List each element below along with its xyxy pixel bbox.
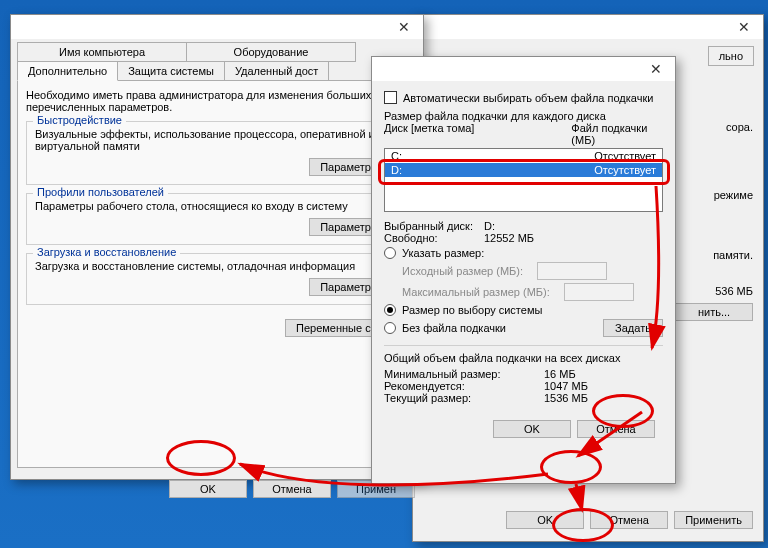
advanced-panel: Необходимо иметь права администратора дл… (17, 80, 417, 468)
free-space-label: Свободно: (384, 232, 484, 244)
tabs-row2: Дополнительно Защита системы Удаленный д… (17, 60, 417, 80)
auto-manage-checkbox[interactable]: Автоматически выбирать объем файла подка… (384, 91, 663, 104)
checkbox-icon (384, 91, 397, 104)
perf-desc: Визуальные эффекты, использование процес… (35, 128, 399, 152)
radio-system-managed[interactable]: Размер по выбору системы (384, 304, 663, 316)
ok-button[interactable]: OK (169, 480, 247, 498)
table-row-selected: D: Отсутствует (385, 163, 662, 177)
set-button[interactable]: Задать (603, 319, 663, 337)
col-pf: Файл подкачки (МБ) (571, 122, 663, 146)
profiles-title: Профили пользователей (33, 186, 168, 198)
ok-button-perf[interactable]: OK (506, 511, 584, 529)
cancel-button-perf[interactable]: Отмена (590, 511, 668, 529)
table-row: C: Отсутствует (385, 149, 662, 163)
totals-title: Общий объем файла подкачки на всех диска… (384, 352, 663, 364)
close-icon[interactable]: ✕ (729, 17, 759, 37)
col-disk: Диск [метка тома] (384, 122, 571, 146)
selected-disk-value: D: (484, 220, 495, 232)
radio-custom-size[interactable]: Указать размер: (384, 247, 663, 259)
system-properties-dialog: ✕ Имя компьютера Оборудование Дополнител… (10, 14, 424, 480)
cancel-button-vm[interactable]: Отмена (577, 420, 655, 438)
tab-remote[interactable]: Удаленный дост (224, 61, 330, 81)
tabs-row1: Имя компьютера Оборудование (17, 41, 417, 61)
max-size-label: Максимальный размер (МБ): (402, 286, 550, 298)
titlebar: ✕ (372, 57, 675, 81)
disk-list[interactable]: C: Отсутствует D: Отсутствует (384, 148, 663, 212)
free-space-value: 12552 МБ (484, 232, 534, 244)
apply-button-perf[interactable]: Применить (674, 511, 753, 529)
initial-size-field (537, 262, 607, 280)
virtual-memory-dialog: ✕ Автоматически выбирать объем файла под… (371, 56, 676, 484)
close-icon[interactable]: ✕ (641, 59, 671, 79)
list-title: Размер файла подкачки для каждого диска (384, 110, 663, 122)
selected-disk-label: Выбранный диск: (384, 220, 484, 232)
tab-fragment[interactable]: льно (708, 46, 754, 66)
titlebar: ✕ (413, 15, 763, 39)
perf-title: Быстродействие (33, 114, 126, 126)
ok-button-vm[interactable]: OK (493, 420, 571, 438)
startup-title: Загрузка и восстановление (33, 246, 180, 258)
profiles-desc: Параметры рабочего стола, относящиеся ко… (35, 200, 399, 212)
sysprops-footer: OK Отмена Примен (11, 474, 423, 508)
auto-manage-label: Автоматически выбирать объем файла подка… (403, 92, 653, 104)
startup-group: Загрузка и восстановление Загрузка и вос… (26, 253, 408, 305)
change-button[interactable]: нить... (675, 303, 753, 321)
startup-desc: Загрузка и восстановление системы, отлад… (35, 260, 399, 272)
tab-computer-name[interactable]: Имя компьютера (17, 42, 187, 62)
radio-icon (384, 322, 396, 334)
tab-advanced[interactable]: Дополнительно (17, 61, 118, 81)
perf-group: Быстродействие Визуальные эффекты, испол… (26, 121, 408, 185)
tab-hardware[interactable]: Оборудование (186, 42, 356, 62)
intro-text: Необходимо иметь права администратора дл… (26, 89, 408, 113)
radio-icon (384, 247, 396, 259)
profiles-group: Профили пользователей Параметры рабочего… (26, 193, 408, 245)
vm-body: Автоматически выбирать объем файла подка… (372, 81, 675, 454)
cancel-button[interactable]: Отмена (253, 480, 331, 498)
max-size-field (564, 283, 634, 301)
close-icon[interactable]: ✕ (389, 17, 419, 37)
radio-icon (384, 304, 396, 316)
titlebar: ✕ (11, 15, 423, 39)
initial-size-label: Исходный размер (МБ): (402, 265, 523, 277)
tab-system-protection[interactable]: Защита системы (117, 61, 225, 81)
radio-no-paging[interactable]: Без файла подкачки (384, 322, 506, 334)
